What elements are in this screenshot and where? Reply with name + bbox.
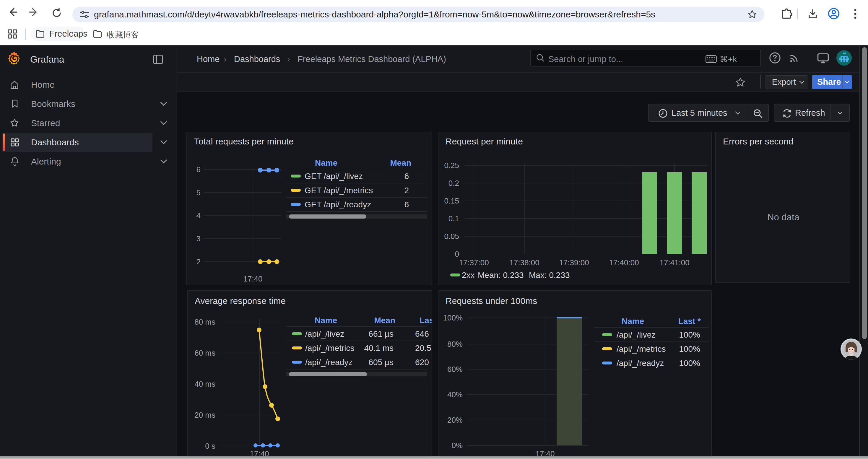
svg-text:100%: 100% (443, 314, 463, 322)
svg-text:17:40:00: 17:40:00 (609, 258, 639, 267)
svg-text:40%: 40% (447, 390, 463, 399)
svg-text:17:41:00: 17:41:00 (659, 258, 689, 267)
svg-text:60%: 60% (447, 365, 463, 374)
svg-text:17:39:00: 17:39:00 (559, 258, 589, 267)
svg-text:17:37:00: 17:37:00 (459, 258, 489, 267)
svg-text:60 ms: 60 ms (194, 349, 215, 357)
svg-text:5: 5 (196, 188, 200, 197)
svg-text:2: 2 (196, 257, 200, 266)
svg-text:80%: 80% (447, 340, 463, 349)
svg-text:17:38:00: 17:38:00 (509, 258, 539, 267)
svg-text:0.1: 0.1 (448, 214, 459, 223)
svg-text:40 ms: 40 ms (194, 380, 215, 388)
svg-text:0%: 0% (452, 441, 463, 450)
svg-text:0 s: 0 s (205, 441, 215, 451)
svg-text:17:40: 17:40 (243, 274, 262, 283)
svg-text:17:40: 17:40 (535, 449, 555, 456)
svg-text:0.15: 0.15 (444, 196, 459, 205)
svg-text:20%: 20% (447, 416, 463, 424)
svg-text:80 ms: 80 ms (194, 318, 215, 326)
svg-text:0: 0 (455, 250, 459, 258)
svg-text:4: 4 (196, 211, 200, 220)
svg-text:0.2: 0.2 (448, 179, 459, 188)
svg-text:3: 3 (196, 234, 200, 243)
svg-text:0.05: 0.05 (444, 232, 459, 241)
svg-text:20 ms: 20 ms (194, 411, 215, 419)
svg-text:6: 6 (196, 165, 200, 174)
svg-text:17:40: 17:40 (250, 449, 269, 456)
svg-text:0.25: 0.25 (444, 161, 459, 170)
